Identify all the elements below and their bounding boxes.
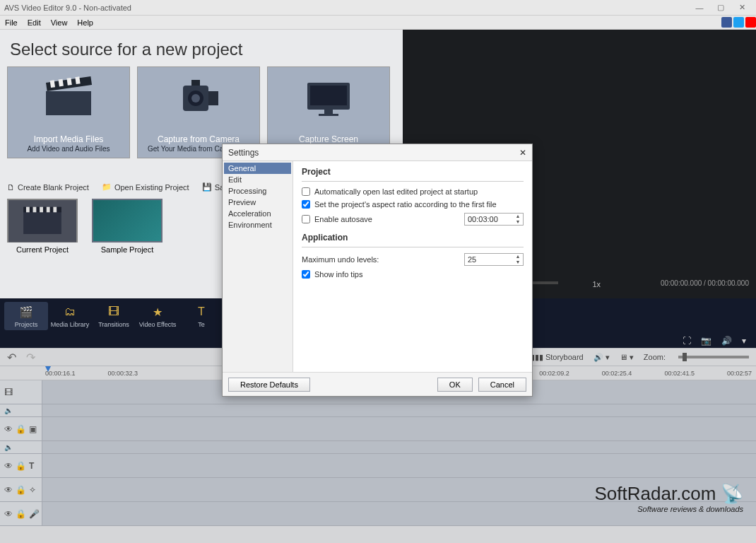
thumb-sample-project[interactable]: Sample Project (92, 199, 163, 254)
thumb-current-project[interactable]: Current Project (7, 199, 78, 254)
svg-rect-9 (208, 91, 218, 105)
undo-levels-spinner[interactable]: 25 ▲▼ (464, 253, 524, 266)
overlay-icon: ▣ (29, 424, 37, 434)
youtube-icon[interactable] (745, 17, 756, 28)
zoom-label: Zoom: (644, 353, 666, 361)
menu-file[interactable]: File (0, 18, 23, 27)
settings-tab-acceleration[interactable]: Acceleration (224, 208, 291, 219)
toolbar-label: Projects (15, 321, 38, 328)
audio-sub-icon: 🔈 (4, 443, 13, 451)
redo-button[interactable]: ↷ (26, 351, 35, 364)
mic-track-icon: 🎤 (29, 509, 40, 519)
checkbox-autosave[interactable] (302, 215, 310, 223)
svg-rect-12 (310, 86, 347, 105)
create-blank-project[interactable]: 🗋 Create Blank Project (7, 183, 89, 192)
settings-tab-edit[interactable]: Edit (224, 174, 291, 185)
display-icon[interactable]: 🖥 ▾ (620, 353, 634, 362)
clapperboard-icon (40, 76, 97, 118)
audio-mix-icon[interactable]: 🔊 ▾ (593, 353, 610, 362)
snapshot-icon[interactable]: 📷 (701, 336, 711, 346)
svg-rect-22 (53, 207, 57, 213)
section-application: Application (302, 233, 524, 243)
ruler-tick: 00:02:41.5 (664, 370, 695, 377)
storyboard-toggle[interactable]: ▮▮▮ Storyboard (531, 353, 584, 362)
thumb-label: Sample Project (101, 245, 154, 254)
chevron-down-icon[interactable]: ▾ (742, 336, 746, 346)
toolbar-label: Transitions (98, 321, 129, 328)
volume-icon[interactable]: 🔊 (721, 336, 732, 346)
lock-icon[interactable]: 🔒 (16, 461, 26, 471)
svg-rect-13 (324, 110, 333, 114)
text-icon: T (194, 304, 209, 320)
ruler-tick: 00:02:09.2 (539, 370, 569, 377)
minimize-button[interactable]: — (690, 1, 709, 14)
heading: Select source for a new project (10, 40, 396, 59)
open-existing-project[interactable]: 📁 Open Existing Project (102, 182, 189, 192)
eye-icon[interactable]: 👁 (4, 485, 13, 495)
toolbar-label: Media Library (51, 321, 90, 328)
settings-tab-environment[interactable]: Environment (224, 219, 291, 230)
checkbox-aspect-ratio[interactable] (302, 200, 310, 209)
checkbox-auto-open[interactable] (302, 187, 310, 196)
lock-icon[interactable]: 🔒 (16, 485, 26, 495)
close-button[interactable]: ✕ (732, 1, 752, 14)
eye-icon[interactable]: 👁 (4, 509, 13, 519)
twitter-icon[interactable] (733, 17, 744, 28)
settings-tab-preview[interactable]: Preview (224, 197, 291, 208)
zoom-slider[interactable] (678, 356, 749, 358)
undo-button[interactable]: ↶ (7, 351, 16, 364)
fullscreen-icon[interactable]: ⛶ (683, 336, 691, 346)
eye-icon[interactable]: 👁 (4, 461, 13, 471)
ok-button[interactable]: OK (437, 378, 473, 392)
toolbar-label: Te (198, 321, 205, 328)
cancel-button[interactable]: Cancel (478, 378, 526, 392)
title-bar: AVS Video Editor 9.0 - Non-activated — ▢… (0, 0, 756, 16)
facebook-icon[interactable] (721, 17, 732, 28)
toolbar-video-effects[interactable]: ★Video Effects (136, 302, 179, 330)
svg-rect-19 (33, 207, 37, 213)
lock-icon[interactable]: 🔒 (16, 509, 26, 519)
settings-dialog: Settings ✕ GeneralEditProcessingPreviewA… (222, 144, 533, 397)
camcorder-icon (170, 76, 227, 118)
svg-rect-0 (46, 91, 91, 115)
dialog-close-button[interactable]: ✕ (519, 148, 526, 158)
playhead-marker[interactable] (45, 366, 51, 372)
menu-help[interactable]: Help (72, 18, 98, 27)
toolbar-media-library[interactable]: 🗂Media Library (48, 302, 92, 330)
monitor-icon (300, 76, 357, 118)
checkbox-info-tips[interactable] (302, 270, 310, 279)
media-library-icon: 🗂 (62, 304, 78, 320)
preview-timecode: 00:00:00.000 / 00:00:00.000 (661, 279, 749, 287)
toolbar-transitions[interactable]: 🎞Transitions (92, 302, 136, 330)
eye-icon[interactable]: 👁 (4, 424, 13, 434)
preview-speed: 1x (592, 280, 601, 288)
svg-rect-14 (319, 114, 338, 116)
lock-icon[interactable]: 🔒 (16, 424, 26, 434)
settings-tab-general[interactable]: General (224, 163, 291, 174)
folder-icon: 📁 (102, 182, 112, 192)
toolbar-text[interactable]: TTe (179, 302, 223, 330)
restore-defaults-button[interactable]: Restore Defaults (228, 378, 310, 392)
thumb-label: Current Project (16, 245, 69, 254)
document-icon: 🗋 (7, 183, 15, 192)
toolbar-projects[interactable]: 🎬Projects (4, 302, 48, 330)
settings-tab-processing[interactable]: Processing (224, 185, 291, 197)
toolbar-label: Video Effects (139, 321, 177, 328)
effect-track-icon: ✧ (29, 485, 36, 495)
card-title: Capture Screen (299, 134, 358, 144)
svg-point-8 (191, 94, 200, 103)
card-import-media[interactable]: Import Media Files Add Video and Audio F… (7, 66, 130, 158)
menu-view[interactable]: View (46, 18, 73, 27)
window-title: AVS Video Editor 9.0 - Non-activated (4, 4, 131, 12)
maximize-button[interactable]: ▢ (711, 1, 731, 14)
label-undo: Maximum undo levels: (302, 255, 379, 264)
svg-rect-20 (40, 207, 43, 213)
card-title: Capture from Camera (158, 134, 240, 144)
svg-rect-10 (191, 80, 200, 86)
dialog-title: Settings (228, 148, 259, 158)
watermark: SoftRadar.com 📡 Software reviews & downl… (595, 483, 743, 513)
label-auto-open: Automatically open last edited project a… (314, 187, 478, 196)
svg-rect-16 (23, 211, 61, 234)
autosave-interval-spinner[interactable]: 00:03:00 ▲▼ (464, 213, 524, 226)
menu-edit[interactable]: Edit (23, 18, 46, 27)
